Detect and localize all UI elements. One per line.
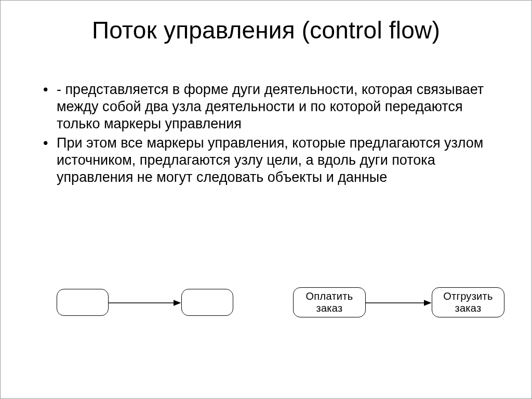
bullet-item: - представляется в форме дуги деятельнос… — [42, 81, 500, 132]
flow-arrows — [1, 1, 532, 399]
slide-body: - представляется в форме дуги деятельнос… — [42, 81, 500, 188]
activity-node-empty-left — [57, 289, 109, 316]
slide: Поток управления (control flow) - предст… — [0, 0, 532, 399]
activity-node-ship: Отгрузить заказ — [432, 287, 504, 317]
activity-node-pay: Оплатить заказ — [293, 287, 366, 317]
bullet-list: - представляется в форме дуги деятельнос… — [42, 81, 500, 186]
slide-title: Поток управления (control flow) — [1, 16, 531, 44]
activity-node-empty-right — [181, 289, 233, 316]
bullet-item: При этом все маркеры управления, которые… — [42, 135, 500, 186]
node-label: Оплатить заказ — [297, 290, 362, 314]
node-label: Отгрузить заказ — [435, 290, 501, 314]
diagram: Оплатить заказ Отгрузить заказ — [1, 1, 532, 399]
